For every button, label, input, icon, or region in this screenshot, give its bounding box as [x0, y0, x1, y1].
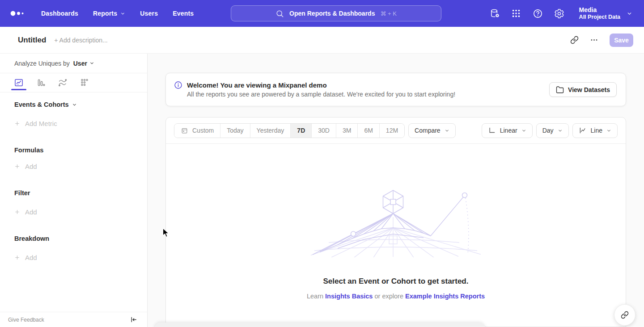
add-metric-button[interactable]: Add Metric — [14, 119, 57, 128]
section-title-label: Breakdown — [14, 235, 49, 242]
report-title[interactable]: Untitled — [18, 36, 46, 45]
date-range-label: 7D — [297, 127, 305, 134]
empty-state: Select an Event or Cohort to get started… — [166, 144, 626, 327]
date-range-today[interactable]: Today — [220, 124, 250, 138]
empty-state-subtitle: Learn Insights Basics or explore Example… — [307, 293, 485, 300]
grid-tab-icon — [80, 78, 89, 88]
visualization-tabs — [0, 73, 147, 92]
date-range-30d[interactable]: 30D — [312, 124, 336, 138]
interval-dropdown[interactable]: Day — [536, 123, 569, 138]
insights-basics-link[interactable]: Insights Basics — [325, 293, 373, 300]
bottom-panel-handle[interactable] — [154, 323, 485, 327]
add-filter-button[interactable]: Add — [14, 207, 37, 216]
banner-text: Welcome! You are viewing a Mixpanel demo… — [187, 81, 455, 98]
add-breakdown-button[interactable]: Add — [14, 253, 37, 262]
data-connections-button[interactable] — [490, 8, 500, 19]
nav-item-events[interactable]: Events — [173, 10, 194, 17]
tab-insights[interactable] — [13, 73, 24, 92]
top-nav: Dashboards Reports Users Events Open Rep… — [0, 0, 644, 27]
add-formula-label: Add — [25, 163, 37, 170]
scale-dropdown[interactable]: Linear — [482, 123, 533, 138]
chevron-down-icon — [627, 11, 632, 17]
give-feedback-link[interactable]: Give Feedback — [8, 317, 44, 323]
sidebar-footer: Give Feedback — [0, 312, 147, 327]
plus-icon — [14, 255, 20, 260]
section-formulas: Formulas — [14, 146, 43, 155]
bar-tab-icon — [36, 78, 46, 88]
line-chart-icon — [579, 126, 587, 134]
help-button[interactable] — [533, 8, 543, 19]
analyze-value-label: User — [73, 60, 87, 67]
tab-flow[interactable] — [57, 73, 68, 92]
project-info: Media All Project Data — [579, 6, 620, 21]
banner-title: Welcome! You are viewing a Mixpanel demo — [187, 81, 455, 89]
floating-copy-link-button[interactable] — [614, 304, 636, 326]
settings-button[interactable] — [554, 8, 564, 19]
copy-link-button[interactable] — [570, 36, 579, 45]
empty-state-title: Select an Event or Cohort to get started… — [323, 277, 469, 286]
date-range-12m[interactable]: 12M — [380, 124, 404, 138]
interval-label: Day — [542, 127, 554, 134]
nav-item-reports[interactable]: Reports — [93, 10, 125, 17]
mixpanel-logo[interactable] — [10, 8, 27, 19]
section-title-label: Events & Cohorts — [14, 101, 69, 108]
tab-bar-chart[interactable] — [35, 73, 46, 92]
search-icon — [275, 9, 284, 18]
ellipsis-icon — [590, 36, 598, 44]
collapse-sidebar-icon — [130, 316, 137, 323]
date-range-yesterday[interactable]: Yesterday — [250, 124, 291, 138]
chevron-down-icon — [558, 128, 563, 133]
date-range-custom[interactable]: Custom — [174, 124, 220, 138]
global-search-bar[interactable]: Open Reports & Dashboards ⌘ + K — [231, 5, 441, 21]
view-datasets-button[interactable]: View Datasets — [549, 82, 617, 97]
nav-right: Media All Project Data — [490, 0, 644, 27]
section-events-cohorts[interactable]: Events & Cohorts — [14, 100, 77, 109]
project-scope: All Project Data — [579, 14, 620, 21]
apps-grid-button[interactable] — [511, 8, 521, 19]
nav-items: Dashboards Reports Users Events — [41, 10, 194, 17]
explore-text: or explore — [374, 293, 403, 300]
report-header: Untitled + Add description... Save — [0, 27, 644, 54]
add-metric-label: Add Metric — [25, 120, 57, 127]
date-range-3m[interactable]: 3M — [336, 124, 358, 138]
nav-item-dashboards[interactable]: Dashboards — [41, 10, 78, 17]
chevron-down-icon — [606, 128, 611, 133]
search-shortcut: ⌘ + K — [380, 10, 397, 17]
search-placeholder: Open Reports & Dashboards — [289, 10, 375, 17]
nav-item-label: Events — [173, 10, 194, 17]
report-card: Custom Today Yesterday 7D 30D 3M 6M 12M … — [165, 117, 626, 327]
tab-metrics-grid[interactable] — [79, 73, 90, 92]
collapse-sidebar-button[interactable] — [130, 316, 137, 323]
learn-text: Learn — [307, 293, 323, 300]
date-range-label: 6M — [364, 127, 373, 134]
scale-label: Linear — [500, 127, 517, 134]
link-icon — [621, 311, 629, 319]
welcome-banner: Welcome! You are viewing a Mixpanel demo… — [165, 73, 626, 106]
chevron-down-icon — [89, 61, 94, 66]
insights-tab-icon — [14, 78, 24, 88]
project-switcher[interactable]: Media All Project Data — [579, 6, 632, 21]
more-menu-button[interactable] — [590, 36, 599, 45]
chart-display-controls: Linear Day Line — [482, 123, 618, 138]
section-title-label: Filter — [14, 189, 30, 197]
data-connections-icon — [490, 8, 500, 19]
example-reports-link[interactable]: Example Insights Reports — [405, 293, 485, 300]
banner-subtitle: All the reports you see are powered by a… — [187, 91, 455, 98]
query-builder-sidebar: Analyze Uniques by User — [0, 54, 148, 327]
date-range-7d[interactable]: 7D — [291, 124, 312, 138]
date-range-6m[interactable]: 6M — [358, 124, 379, 138]
chevron-down-icon — [72, 102, 77, 107]
compare-dropdown[interactable]: Compare — [408, 123, 456, 138]
chevron-down-icon — [521, 128, 526, 133]
calendar-icon — [181, 127, 188, 134]
analyze-row: Analyze Uniques by User — [0, 54, 147, 73]
nav-item-users[interactable]: Users — [140, 10, 158, 17]
link-icon — [570, 36, 579, 44]
add-description-field[interactable]: + Add description... — [54, 37, 107, 44]
analyze-by-dropdown[interactable]: User — [73, 60, 94, 67]
info-icon — [174, 81, 182, 89]
chart-type-dropdown[interactable]: Line — [572, 123, 618, 138]
section-filter: Filter — [14, 189, 30, 197]
save-button[interactable]: Save — [610, 34, 633, 47]
add-formula-button[interactable]: Add — [14, 162, 37, 171]
